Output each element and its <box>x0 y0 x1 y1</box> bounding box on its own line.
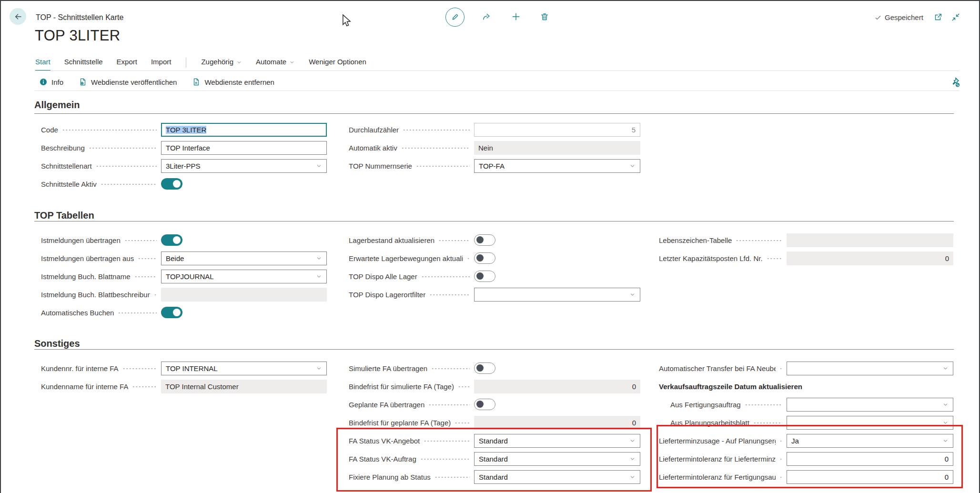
toggle-area <box>161 234 327 246</box>
chevron-down-icon[interactable] <box>940 402 949 408</box>
input-liefertermintoleranz-fuer-fertigungsau[interactable]: 0 <box>787 470 953 484</box>
collapse-page-icon[interactable] <box>951 12 961 23</box>
chevron-down-icon[interactable] <box>626 438 636 444</box>
combo-aus-planungsarbeitsblatt[interactable] <box>787 416 953 430</box>
toggle-simulierte-fa-uebertragen[interactable] <box>474 362 495 374</box>
field-row-lebenszeichen-tabelle: Lebenszeichen-Tabelle <box>659 231 953 249</box>
toggle-automatisches-buchen[interactable] <box>161 307 182 318</box>
chevron-down-icon[interactable] <box>940 438 949 444</box>
share-button[interactable] <box>477 8 495 26</box>
dotted-leader <box>416 165 470 167</box>
combo-schnittstellenart[interactable]: 3Liter-PPS <box>161 159 327 173</box>
readonly-field-istmeldung-buch-blattbeschreibung <box>161 288 327 302</box>
chevron-down-icon[interactable] <box>626 163 636 169</box>
dotted-leader <box>753 422 782 424</box>
tab-weniger-optionen[interactable]: Weniger Optionen <box>309 58 366 70</box>
field-row-aus-fertigungsauftrag: Aus Fertigungsauftrag <box>659 395 953 413</box>
field-row-lagerbestand-aktualisieren: Lagerbestand aktualisieren <box>349 231 640 249</box>
combo-kundennr-fuer-interne-fa[interactable]: TOP INTERNAL <box>161 362 327 375</box>
dotted-leader <box>779 458 782 460</box>
combo-top-dispo-lagerortfilter[interactable] <box>474 288 640 302</box>
field-row-geplante-fa-uebertragen: Geplante FA übertragen <box>349 395 640 413</box>
webservice-publish-icon <box>79 78 87 86</box>
toggle-schnittstelle-aktiv[interactable] <box>161 178 182 190</box>
tab-zugehoerig[interactable]: Zugehörig <box>201 58 242 70</box>
tab-start[interactable]: Start <box>35 58 51 71</box>
toggle-top-dispo-alle-lager[interactable] <box>474 271 495 282</box>
tab-schnittstelle[interactable]: Schnittstelle <box>64 58 103 70</box>
combo-fa-status-vk-auftrag[interactable]: Standard <box>474 452 640 466</box>
combo-aus-fertigungsauftrag[interactable] <box>787 398 953 412</box>
field-label: Liefertermintoleranz für Lieferterminz..… <box>659 455 776 463</box>
dotted-leader <box>424 440 470 442</box>
field-label: Geplante FA übertragen <box>349 401 424 409</box>
input-beschreibung[interactable]: TOP Interface <box>161 141 327 155</box>
combo-lieferterminzusage-auf-planungserg[interactable]: Ja <box>787 434 953 448</box>
toggle-area <box>474 234 640 246</box>
chevron-down-icon[interactable] <box>626 292 636 298</box>
new-button[interactable] <box>507 8 525 26</box>
breadcrumb[interactable]: TOP - Schnittstellen Karte <box>36 13 123 22</box>
section-underline <box>34 113 954 114</box>
field-label: Istmeldungen übertragen <box>41 236 121 244</box>
combo-automatischer-transfer-bei-fa-neube[interactable] <box>787 362 953 375</box>
field-row-verkaufsauftragszeile-datum-aktualisieren: Verkaufsauftragszeile Datum aktualisiere… <box>659 377 953 395</box>
field-label: Simulierte FA übertragen <box>349 364 427 372</box>
input-code[interactable]: TOP 3LITER <box>161 123 327 137</box>
open-in-window-icon[interactable] <box>933 12 944 23</box>
combo-fa-status-vk-angebot[interactable]: Standard <box>474 434 640 448</box>
tab-strip: StartSchnittstelleExportImportZugehörigA… <box>35 58 366 71</box>
field-row-istmeldung-buch-blattbeschreibung: Istmeldung Buch. Blattbeschreibung <box>41 285 327 303</box>
field-value: Beide <box>166 254 184 262</box>
field-row-liefertermintoleranz-fuer-fertigungsau: Liefertermintoleranz für Fertigungsau...… <box>659 468 953 486</box>
field-row-istmeldungen-uebertragen-aus: Istmeldungen übertragen ausBeide <box>41 249 327 267</box>
toggle-lagerbestand-aktualisieren[interactable] <box>474 234 495 246</box>
combo-istmeldungen-uebertragen-aus[interactable]: Beide <box>161 252 327 265</box>
input-liefertermintoleranz-fuer-lieferterminz[interactable]: 0 <box>787 452 953 466</box>
field-label: Erwartete Lagerbewegungen aktualisi... <box>349 254 463 262</box>
field-label: FA Status VK-Auftrag <box>349 455 416 463</box>
dotted-leader <box>745 404 782 406</box>
edit-button[interactable] <box>445 8 465 27</box>
tab-label: Weniger Optionen <box>309 58 366 66</box>
field-label: Kundennr. für interne FA <box>41 364 119 372</box>
field-value: 3Liter-PPS <box>166 162 201 170</box>
tab-export[interactable]: Export <box>117 58 137 70</box>
dotted-leader <box>458 386 470 388</box>
chevron-down-icon[interactable] <box>940 365 949 372</box>
toggle-geplante-fa-uebertragen[interactable] <box>474 399 495 410</box>
chevron-down-icon[interactable] <box>313 255 322 262</box>
chevron-down-icon[interactable] <box>313 365 322 372</box>
field-row-aus-planungsarbeitsblatt: Aus Planungsarbeitsblatt <box>659 413 953 432</box>
unpin-icon[interactable] <box>949 76 960 88</box>
field-label: Automatischer Transfer bei FA Neube... <box>659 364 776 372</box>
back-button[interactable] <box>10 8 26 25</box>
save-indicator: Gespeichert <box>874 13 923 21</box>
combo-fixiere-planung-ab-status[interactable]: Standard <box>474 470 640 484</box>
toggle-istmeldungen-uebertragen[interactable] <box>161 234 182 246</box>
field-label: Schnittstelle Aktiv <box>41 180 97 188</box>
dotted-leader <box>736 240 782 241</box>
section-heading-top-tabellen: TOP Tabellen <box>34 210 94 221</box>
chevron-down-icon[interactable] <box>313 273 322 280</box>
combo-top-nummernserie[interactable]: TOP-FA <box>474 159 640 173</box>
toggle-area <box>474 399 640 410</box>
field-label: Code <box>41 126 58 134</box>
delete-button[interactable] <box>535 8 554 26</box>
toggle-area <box>474 362 640 374</box>
chevron-down-icon[interactable] <box>626 474 636 480</box>
field-row-durchlaufzaehler: Durchlaufzähler5 <box>349 121 640 139</box>
tab-automate[interactable]: Automate <box>256 58 295 70</box>
mouse-cursor <box>342 14 353 27</box>
chevron-down-icon[interactable] <box>626 456 636 462</box>
field-value: 5 <box>632 126 636 134</box>
toggle-erwartete-lagerbewegungen-aktualisi[interactable] <box>474 252 495 264</box>
chevron-down-icon[interactable] <box>313 163 322 169</box>
action-webdienste-veroeffentlichen[interactable]: Webdienste veröffentlichen <box>79 78 177 86</box>
tab-import[interactable]: Import <box>151 58 172 70</box>
action-info[interactable]: Info <box>39 78 63 86</box>
field-row-automatischer-transfer-bei-fa-neube: Automatischer Transfer bei FA Neube... <box>659 359 953 377</box>
combo-istmeldung-buch-blattname[interactable]: TOPJOURNAL <box>161 270 327 283</box>
action-webdienste-entfernen[interactable]: Webdienste entfernen <box>192 78 274 86</box>
chevron-down-icon[interactable] <box>940 420 949 426</box>
